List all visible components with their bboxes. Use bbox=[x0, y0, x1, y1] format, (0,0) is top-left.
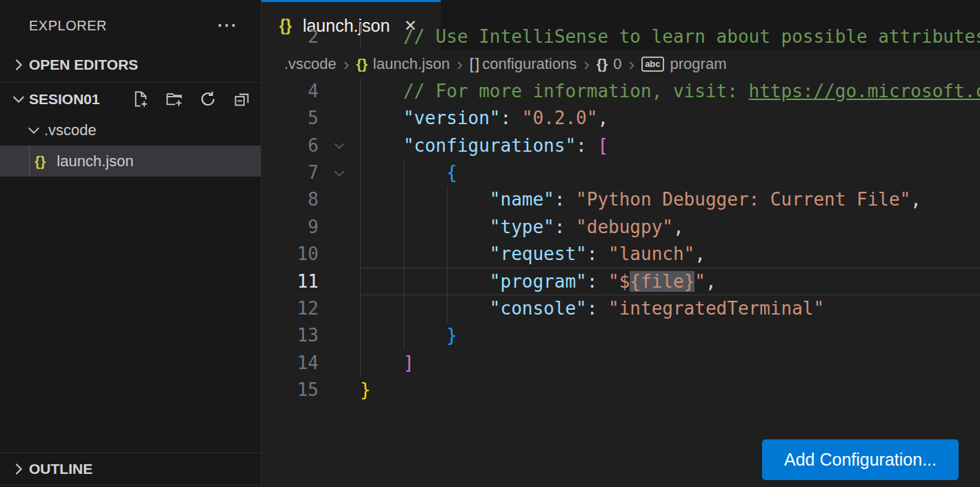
line-number: 12 bbox=[261, 295, 319, 322]
workspace-section[interactable]: SESION01 bbox=[0, 82, 261, 115]
chevron-separator-icon: › bbox=[583, 55, 590, 73]
code-line-11[interactable]: 11 "program": "${file}", bbox=[261, 268, 980, 295]
breadcrumb-item-program[interactable]: program bbox=[670, 55, 727, 73]
workspace-actions bbox=[131, 90, 251, 108]
symbol-object-icon: {} bbox=[597, 56, 608, 72]
breadcrumb-item-configurations[interactable]: configurations bbox=[482, 55, 577, 73]
code-line-8[interactable]: 8 "name": "Python Debugger: Current File… bbox=[261, 186, 980, 213]
explorer-title: EXPLORER bbox=[29, 18, 107, 34]
fold-chevron-icon[interactable] bbox=[319, 132, 360, 159]
open-editors-section[interactable]: OPEN EDITORS bbox=[0, 48, 261, 81]
code-text: // For more information, visit: https://… bbox=[360, 78, 980, 105]
explorer-sidebar: EXPLORER ⋯ OPEN EDITORS SESION01 bbox=[0, 0, 261, 487]
chevron-separator-icon: › bbox=[628, 55, 634, 73]
code-text: ] bbox=[360, 350, 980, 377]
code-text: "console": "integratedTerminal" bbox=[360, 295, 980, 322]
code-line-4[interactable]: 4 // For more information, visit: https:… bbox=[261, 78, 980, 105]
collapse-all-icon[interactable] bbox=[232, 90, 251, 108]
refresh-icon[interactable] bbox=[199, 90, 217, 108]
line-number: 9 bbox=[261, 214, 319, 241]
fold-spacer bbox=[319, 186, 360, 213]
code-line-6[interactable]: 6 "configurations": [ bbox=[261, 132, 980, 159]
fold-spacer bbox=[319, 322, 360, 349]
chevron-down-icon[interactable] bbox=[23, 123, 44, 138]
chevron-right-icon[interactable] bbox=[8, 461, 29, 477]
editor-region: {} launch.json ✕ .vscode › {} launch.jso… bbox=[261, 0, 980, 487]
line-number: 4 bbox=[261, 78, 319, 105]
code-line-9[interactable]: 9 "type": "debugpy", bbox=[261, 214, 980, 241]
breadcrumb: .vscode › {} launch.json › [ ] configura… bbox=[261, 50, 980, 79]
add-configuration-button[interactable]: Add Configuration... bbox=[762, 439, 959, 480]
fold-spacer bbox=[319, 78, 360, 105]
line-number: 11 bbox=[261, 268, 319, 295]
fold-spacer bbox=[319, 268, 360, 295]
code-text: "name": "Python Debugger: Current File", bbox=[360, 186, 980, 213]
chevron-down-icon[interactable] bbox=[8, 92, 29, 107]
tree-indent-guide bbox=[29, 146, 30, 177]
line-number: 13 bbox=[261, 322, 319, 349]
outline-section[interactable]: OUTLINE bbox=[0, 453, 261, 486]
outline-label: OUTLINE bbox=[29, 461, 92, 477]
workspace-label: SESION01 bbox=[29, 91, 100, 108]
fold-spacer bbox=[319, 23, 360, 50]
fold-spacer bbox=[319, 377, 360, 404]
code-text: } bbox=[360, 377, 980, 404]
chevron-separator-icon: › bbox=[343, 55, 350, 73]
code-lines[interactable]: 2 // Use IntelliSense to learn about pos… bbox=[261, 23, 980, 404]
line-number: 14 bbox=[261, 350, 319, 377]
json-file-icon: {} bbox=[357, 56, 368, 72]
chevron-separator-icon: › bbox=[457, 55, 463, 73]
breadcrumb-item-vscode[interactable]: .vscode bbox=[284, 55, 337, 73]
code-line-5[interactable]: 5 "version": "0.2.0", bbox=[261, 105, 980, 132]
line-number: 7 bbox=[261, 159, 319, 186]
line-number: 15 bbox=[261, 377, 319, 404]
line-number: 6 bbox=[261, 132, 319, 159]
code-text: } bbox=[360, 322, 980, 349]
code-line-2[interactable]: 2 // Use IntelliSense to learn about pos… bbox=[261, 23, 980, 50]
code-text: { bbox=[360, 159, 980, 186]
breadcrumb-item-launch-json[interactable]: launch.json bbox=[373, 55, 450, 73]
explorer-header: EXPLORER ⋯ bbox=[0, 0, 261, 48]
file-name: launch.json bbox=[57, 152, 133, 170]
code-text: "type": "debugpy", bbox=[360, 214, 980, 241]
fold-spacer bbox=[319, 350, 360, 377]
fold-spacer bbox=[319, 295, 360, 322]
symbol-string-icon: abc bbox=[641, 57, 663, 72]
new-folder-icon[interactable] bbox=[165, 90, 183, 108]
line-number: 2 bbox=[261, 23, 319, 50]
code-text: "version": "0.2.0", bbox=[360, 105, 980, 132]
code-line-10[interactable]: 10 "request": "launch", bbox=[261, 241, 980, 268]
fold-spacer bbox=[319, 214, 360, 241]
fold-spacer bbox=[319, 241, 360, 268]
code-text: // Use IntelliSense to learn about possi… bbox=[360, 23, 980, 50]
code-text: "request": "launch", bbox=[360, 241, 980, 268]
line-number: 10 bbox=[261, 241, 319, 268]
folder-name: .vscode bbox=[44, 121, 97, 139]
symbol-array-icon: [ ] bbox=[470, 55, 478, 73]
code-line-12[interactable]: 12 "console": "integratedTerminal" bbox=[261, 295, 980, 322]
more-actions-icon[interactable]: ⋯ bbox=[217, 12, 239, 37]
open-editors-label: OPEN EDITORS bbox=[29, 57, 138, 73]
breadcrumb-item-0[interactable]: 0 bbox=[613, 55, 621, 73]
line-number: 5 bbox=[261, 105, 319, 132]
new-file-icon[interactable] bbox=[131, 90, 150, 108]
chevron-right-icon[interactable] bbox=[8, 57, 29, 72]
line-number: 8 bbox=[261, 186, 319, 213]
code-line-15[interactable]: 15} bbox=[261, 377, 980, 404]
code-line-7[interactable]: 7 { bbox=[261, 159, 980, 186]
tree-folder-vscode[interactable]: .vscode bbox=[0, 115, 261, 146]
code-text: "program": "${file}", bbox=[360, 268, 980, 295]
tree-file-launch-json[interactable]: {} launch.json bbox=[0, 146, 261, 177]
fold-chevron-icon[interactable] bbox=[319, 159, 360, 186]
vscode-window: EXPLORER ⋯ OPEN EDITORS SESION01 bbox=[0, 0, 980, 487]
code-text: "configurations": [ bbox=[360, 132, 980, 159]
code-line-14[interactable]: 14 ] bbox=[261, 350, 980, 377]
code-line-13[interactable]: 13 } bbox=[261, 322, 980, 349]
fold-spacer bbox=[319, 105, 360, 132]
json-file-icon: {} bbox=[34, 153, 46, 170]
